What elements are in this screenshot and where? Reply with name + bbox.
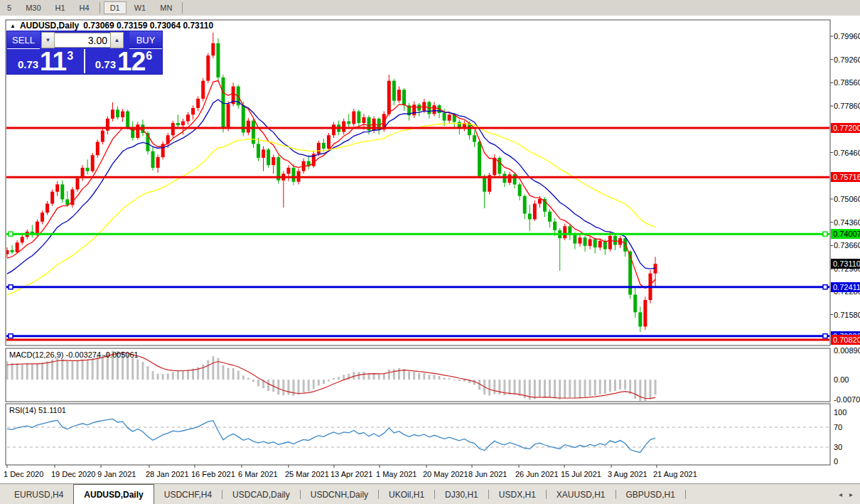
buy-price-display[interactable]: 0.73 12 6 <box>85 49 162 73</box>
macd-histogram-bar <box>237 370 240 380</box>
candle-body <box>538 199 542 204</box>
timeframe-button-m30[interactable]: M30 <box>19 1 47 14</box>
candle-body <box>116 109 119 117</box>
candle-body <box>171 123 175 135</box>
macd-histogram-bar <box>167 373 169 380</box>
tabs-scroll-left-icon[interactable]: ◂ <box>839 490 842 498</box>
timeframe-button-h1[interactable]: H1 <box>49 1 72 14</box>
symbol-tab-ukoil[interactable]: UKOil,H1 <box>379 484 434 504</box>
candle-body <box>584 237 587 246</box>
timeframe-button-h4[interactable]: H4 <box>73 1 96 14</box>
sell-price-display[interactable]: 0.73 11 3 <box>7 49 85 73</box>
timeframe-button-d1[interactable]: D1 <box>104 1 127 14</box>
candle-body <box>156 157 160 168</box>
rsi-pane <box>7 419 829 452</box>
line-handle[interactable] <box>823 232 827 236</box>
macd-histogram-bar <box>362 372 365 380</box>
candle-body <box>598 241 602 247</box>
candle-body <box>432 105 436 114</box>
macd-histogram-bar <box>534 380 536 399</box>
symbol-tab-usdx[interactable]: USDX,H1 <box>489 484 546 504</box>
candle-body <box>448 114 451 120</box>
candle-body <box>11 250 14 252</box>
sell-price-pips: 11 <box>40 51 66 73</box>
volume-increase-button[interactable]: ▲ <box>110 32 124 48</box>
macd-histogram-bar <box>46 361 48 380</box>
chart-symbol-title: AUDUSD,Daily <box>20 21 79 31</box>
price-chart-canvas[interactable] <box>0 16 860 483</box>
tabs-scroll-right-icon[interactable]: ▸ <box>849 490 853 498</box>
date-axis-label: 20 May 2021 <box>423 470 468 478</box>
candle-body <box>513 174 517 184</box>
macd-histogram-bar <box>594 380 596 395</box>
candle-body <box>291 168 295 182</box>
candle-body <box>136 124 139 138</box>
symbol-tab-xauusd[interactable]: XAUUSD,H1 <box>547 484 616 504</box>
candle-body <box>247 121 250 133</box>
macd-histogram-bar <box>6 361 9 380</box>
macd-histogram-bar <box>152 371 154 380</box>
candle-body <box>628 252 632 295</box>
symbol-tab-usdcad[interactable]: USDCAD,Daily <box>222 484 300 504</box>
symbol-tab-usdcnh[interactable]: USDCNH,Daily <box>301 484 378 504</box>
line-handle[interactable] <box>9 285 13 289</box>
macd-histogram-bar <box>514 380 516 395</box>
candle-body <box>101 131 104 142</box>
symbol-tab-usdchf[interactable]: USDCHF,H4 <box>154 484 222 504</box>
macd-histogram-bar <box>222 365 225 380</box>
date-axis-label: 15 Jul 2021 <box>561 470 601 478</box>
candle-body <box>176 123 180 125</box>
macd-histogram-bar <box>343 375 345 380</box>
macd-histogram-bar <box>36 363 38 380</box>
macd-histogram-bar <box>509 380 511 395</box>
candle-body <box>633 295 637 313</box>
macd-histogram-bar <box>463 380 466 382</box>
macd-histogram-bar <box>11 363 14 380</box>
macd-histogram-bar <box>413 372 415 380</box>
candle-body <box>563 226 566 238</box>
candle-body <box>86 168 90 171</box>
candle-body <box>443 113 446 121</box>
chart-title-row: ▲ AUDUSD,Daily 0.73069 0.73159 0.73064 0… <box>10 21 213 31</box>
macd-histogram-bar <box>257 380 259 386</box>
volume-decrease-button[interactable]: ▼ <box>41 32 55 48</box>
macd-histogram-bar <box>579 380 581 397</box>
main-pane <box>6 33 830 340</box>
macd-histogram-bar <box>323 380 325 384</box>
symbol-tab-eurusd[interactable]: EURUSD,H4 <box>4 484 73 504</box>
macd-histogram-bar <box>328 380 330 381</box>
price-axis-label: 0.76460 <box>834 149 860 157</box>
symbol-tab-dj30[interactable]: DJ30,H1 <box>435 484 488 504</box>
timeframe-button-5[interactable]: 5 <box>1 1 18 14</box>
volume-input[interactable] <box>55 33 110 48</box>
collapse-quote-panel-icon[interactable]: ▲ <box>10 23 16 29</box>
macd-histogram-bar <box>71 361 73 380</box>
candle-body <box>322 143 326 149</box>
candle-body <box>252 121 255 144</box>
line-handle[interactable] <box>9 232 13 236</box>
line-handle[interactable] <box>823 334 827 338</box>
candle-body <box>21 237 24 242</box>
macd-axis-label: 0.008904 <box>834 346 860 355</box>
symbol-tab-gbpusd[interactable]: GBPUSD,H1 <box>616 484 685 504</box>
level-price-tag: 0.77200 <box>831 123 860 133</box>
line-handle[interactable] <box>823 285 827 289</box>
date-axis-label: 9 Jan 2021 <box>97 470 136 478</box>
macd-histogram-bar <box>549 380 551 397</box>
candle-body <box>518 184 522 195</box>
timeframe-button-w1[interactable]: W1 <box>128 1 153 14</box>
symbol-tab-audusd[interactable]: AUDUSD,Daily <box>73 484 154 504</box>
trading-terminal-window: 5M30H1H4D1W1MN ▲ AUDUSD,Daily 0.73069 0.… <box>0 0 860 504</box>
timeframe-button-mn[interactable]: MN <box>154 1 178 14</box>
price-axis-label: 0.79960 <box>834 32 860 41</box>
date-axis-label: 13 Apr 2021 <box>330 470 372 478</box>
macd-histogram-bar <box>393 369 395 380</box>
price-axis-label: 0.74360 <box>834 218 860 227</box>
date-axis-label: 3 Aug 2021 <box>608 470 647 478</box>
sell-button[interactable]: SELL <box>7 31 40 49</box>
macd-histogram-bar <box>242 375 244 380</box>
macd-histogram-bar <box>51 360 53 380</box>
line-handle[interactable] <box>9 334 13 338</box>
macd-axis-label: -0.007013 <box>834 395 860 404</box>
macd-histogram-bar <box>398 368 400 380</box>
